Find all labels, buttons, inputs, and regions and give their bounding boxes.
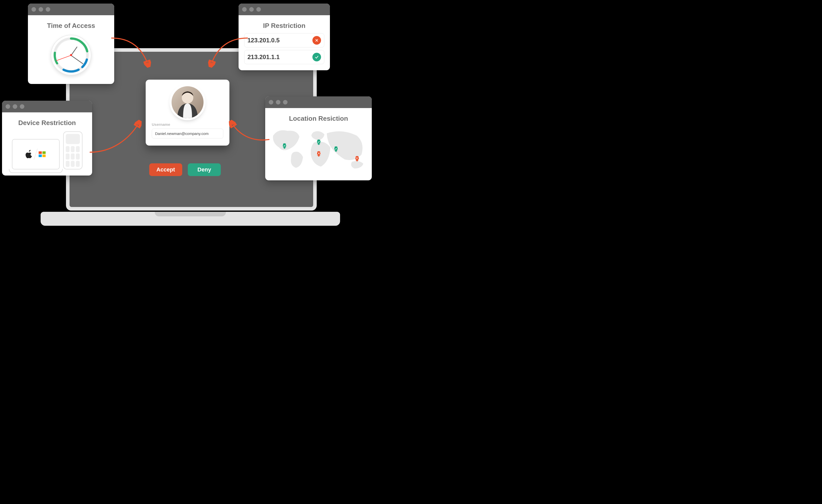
arrow-location-to-login bbox=[229, 117, 272, 147]
window-control-dot bbox=[249, 7, 254, 12]
svg-rect-6 bbox=[42, 154, 46, 157]
username-input[interactable] bbox=[152, 129, 223, 138]
avatar bbox=[171, 86, 203, 118]
location-pin-deny bbox=[355, 156, 359, 161]
svg-rect-5 bbox=[39, 154, 42, 157]
window-control-dot bbox=[6, 104, 10, 109]
window-control-dot bbox=[46, 7, 50, 12]
location-pin-allow bbox=[334, 146, 338, 151]
phone-icon bbox=[63, 131, 82, 169]
accept-button[interactable]: Accept bbox=[149, 163, 182, 176]
laptop-icon bbox=[12, 139, 60, 169]
ip-row: 213.201.1.1 bbox=[244, 50, 324, 64]
window-control-dot bbox=[269, 100, 273, 105]
window-titlebar bbox=[239, 4, 330, 15]
window-titlebar bbox=[265, 96, 372, 108]
window-control-dot bbox=[256, 7, 261, 12]
panel-location-restriction: Location Resiction bbox=[265, 96, 372, 180]
window-control-dot bbox=[20, 104, 24, 109]
device-illustration bbox=[8, 130, 86, 169]
arrow-time-to-login bbox=[110, 36, 153, 71]
panel-ip-restriction: IP Restriction 123.201.0.5213.201.1.1 bbox=[239, 4, 330, 70]
ip-row: 123.201.0.5 bbox=[244, 33, 324, 47]
diagram-stage: Username Accept Deny Time of Access bbox=[0, 0, 381, 233]
panel-title: Location Resiction bbox=[271, 115, 366, 123]
ip-address: 123.201.0.5 bbox=[248, 37, 280, 44]
avatar-placeholder-icon bbox=[171, 86, 203, 118]
window-control-dot bbox=[276, 100, 281, 105]
deny-button[interactable]: Deny bbox=[188, 163, 221, 176]
svg-rect-3 bbox=[39, 151, 42, 154]
arrow-device-to-login bbox=[89, 119, 142, 155]
panel-device-restriction: Device Restriction bbox=[2, 101, 92, 176]
login-card: Username bbox=[146, 80, 230, 146]
clock-icon bbox=[51, 35, 91, 75]
windows-icon bbox=[38, 150, 46, 159]
close-icon bbox=[312, 36, 321, 45]
window-titlebar bbox=[28, 4, 114, 15]
arrow-ip-to-login bbox=[208, 36, 249, 71]
ip-address: 213.201.1.1 bbox=[248, 54, 280, 61]
panel-title: Device Restriction bbox=[8, 119, 86, 127]
world-map bbox=[271, 126, 366, 174]
window-control-dot bbox=[242, 7, 247, 12]
panel-title: IP Restriction bbox=[244, 22, 324, 30]
check-icon bbox=[312, 53, 321, 61]
window-control-dot bbox=[31, 7, 36, 12]
window-control-dot bbox=[39, 7, 43, 12]
laptop-notch bbox=[155, 212, 226, 216]
panel-time-of-access: Time of Access bbox=[28, 4, 114, 84]
decision-actions: Accept Deny bbox=[149, 163, 221, 176]
window-control-dot bbox=[283, 100, 288, 105]
svg-rect-4 bbox=[42, 151, 46, 154]
apple-icon bbox=[25, 150, 33, 159]
window-control-dot bbox=[13, 104, 17, 109]
window-titlebar bbox=[2, 101, 92, 112]
panel-title: Time of Access bbox=[33, 22, 109, 30]
username-label: Username bbox=[152, 122, 223, 127]
